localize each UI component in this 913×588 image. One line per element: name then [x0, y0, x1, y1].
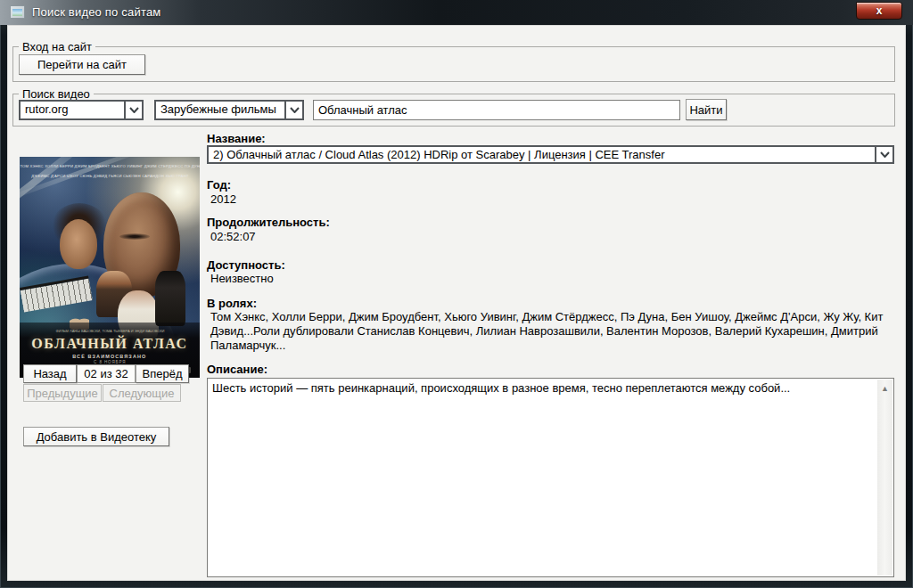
- close-icon: x: [876, 4, 883, 17]
- poster-credits-line1: ТОМ ХЭНКС ХОЛЛИ БЕРРИ ДЖИМ БРОДБЕНТ ХЬЮГ…: [20, 164, 200, 168]
- category-select-value: Зарубежные фильмы: [156, 102, 284, 118]
- description-scrollbar[interactable]: ▲: [877, 380, 892, 576]
- poster-figure: [155, 271, 185, 326]
- go-to-site-button[interactable]: Перейти на сайт: [19, 54, 145, 75]
- duration-value: 02:52:07: [210, 230, 256, 243]
- description-label: Описание:: [207, 363, 267, 376]
- chevron-down-icon: [124, 102, 142, 118]
- poster-face-woman: [60, 219, 97, 269]
- window-frame: Поиск видео по сайтам x Вход на сайт Пер…: [0, 0, 913, 588]
- search-groupbox: Поиск видео rutor.org Зарубежные фильмы …: [12, 94, 895, 127]
- poster-title: ОБЛАЧНЫЙ АТЛАС: [20, 336, 200, 352]
- client-area: Вход на сайт Перейти на сайт Поиск видео…: [7, 25, 906, 581]
- movie-poster: ТОМ ХЭНКС ХОЛЛИ БЕРРИ ДЖИМ БРОДБЕНТ ХЬЮГ…: [20, 157, 200, 378]
- previous-page-button[interactable]: Предыдущие: [23, 384, 102, 402]
- poster-credits: ТОМ ХЭНКС ХОЛЛИ БЕРРИ ДЖИМ БРОДБЕНТ ХЬЮГ…: [20, 164, 200, 184]
- availability-value: Неизвестно: [210, 272, 274, 285]
- chevron-down-icon: [875, 147, 892, 162]
- poster-film-by: ФИЛЬМ ЛАНЫ ВАЧОВСКИ, ТОМА ТЫКВЕРА И ЭНДИ…: [20, 329, 200, 332]
- search-group-title: Поиск видео: [19, 87, 94, 101]
- title-label: Название:: [207, 132, 266, 145]
- title-select-value: 2) Облачный атлас / Cloud Atlas (2012) H…: [209, 147, 875, 162]
- forward-button[interactable]: Вперёд: [136, 364, 189, 383]
- availability-label: Доступность:: [207, 258, 285, 272]
- cast-label: В ролях:: [207, 297, 257, 310]
- chevron-down-icon: [284, 102, 302, 118]
- login-groupbox: Вход на сайт Перейти на сайт: [12, 46, 895, 82]
- app-icon: [10, 5, 25, 19]
- search-query-input[interactable]: [313, 100, 680, 120]
- find-button[interactable]: Найти: [686, 99, 727, 120]
- scroll-up-icon[interactable]: ▲: [877, 381, 892, 396]
- poster-tagline: ВСЁ ВЗАИМОСВЯЗАНО: [20, 354, 200, 359]
- year-value: 2012: [210, 192, 236, 206]
- window-title: Поиск видео по сайтам: [32, 5, 161, 19]
- close-button[interactable]: x: [856, 2, 902, 20]
- cast-value: Том Хэнкс, Холли Берри, Джим Броудбент, …: [210, 310, 894, 353]
- login-group-title: Вход на сайт: [19, 40, 95, 53]
- next-page-button[interactable]: Следующие: [103, 384, 181, 402]
- add-to-library-button[interactable]: Добавить в Видеотеку: [23, 427, 169, 446]
- duration-label: Продолжительность:: [207, 216, 330, 229]
- title-bar[interactable]: Поиск видео по сайтам x: [0, 0, 913, 25]
- year-label: Год:: [207, 178, 231, 192]
- page-position-box: 02 из 32: [77, 364, 136, 383]
- title-select[interactable]: 2) Облачный атлас / Cloud Atlas (2012) H…: [207, 145, 894, 164]
- description-text: Шесть историй — пять реинкарнаций, проис…: [212, 381, 874, 396]
- description-textarea[interactable]: Шесть историй — пять реинкарнаций, проис…: [207, 378, 894, 577]
- site-select[interactable]: rutor.org: [19, 100, 144, 120]
- poster-credits-line2: ДЖЕЙМС Д'АРСИ ЧЖОУ СЮНЬ ДЭВИД ГЬЯСИ СЬЮЗ…: [20, 174, 200, 178]
- site-select-value: rutor.org: [21, 102, 124, 118]
- back-button[interactable]: Назад: [23, 364, 77, 383]
- category-select[interactable]: Зарубежные фильмы: [154, 100, 304, 120]
